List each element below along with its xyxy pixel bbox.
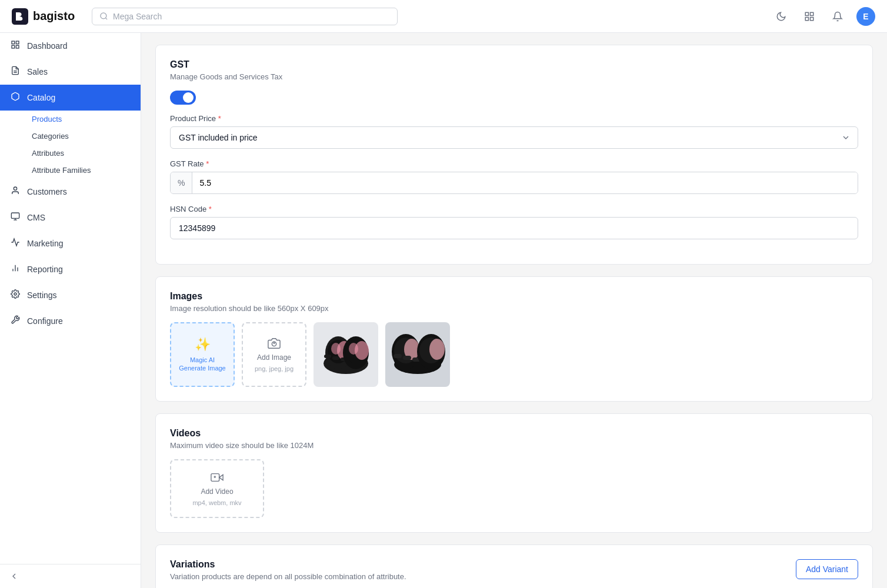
sidebar-item-attributes[interactable]: Attributes	[27, 145, 141, 162]
product-price-select[interactable]: GST included in price GST excluded from …	[170, 126, 858, 149]
reporting-icon	[9, 263, 21, 275]
grid-icon	[804, 11, 815, 22]
gst-toggle[interactable]	[170, 91, 196, 105]
catalog-icon	[9, 92, 21, 103]
svg-rect-0	[12, 8, 28, 25]
variations-card: Variations Variation products are depend…	[155, 544, 873, 588]
svg-rect-7	[12, 41, 15, 44]
product-price-label: Product Price *	[170, 114, 858, 123]
svg-rect-31	[332, 356, 339, 360]
svg-rect-6	[811, 17, 813, 20]
variations-header: Variations Variation products are depend…	[170, 559, 858, 581]
images-card: Images Image resolution should be like 5…	[155, 276, 873, 402]
sidebar-item-customers[interactable]: Customers	[0, 179, 141, 205]
svg-rect-43	[403, 356, 411, 360]
gst-rate-input-wrap: %	[170, 172, 858, 194]
dark-mode-toggle[interactable]	[772, 7, 791, 26]
topnav-actions: E	[772, 7, 875, 26]
svg-rect-4	[811, 12, 813, 15]
svg-point-20	[14, 293, 16, 295]
gst-subtitle: Manage Goods and Services Tax	[170, 72, 858, 81]
sidebar-item-sales[interactable]: Sales	[0, 59, 141, 85]
sidebar-item-catalog[interactable]: Catalog	[0, 85, 141, 111]
marketing-icon	[9, 238, 21, 249]
add-video-label: Add Video	[201, 487, 233, 496]
magic-wand-icon: ✨	[195, 337, 211, 352]
variations-subtitle: Variation products are depend on all pos…	[170, 572, 406, 581]
svg-point-47	[429, 339, 445, 360]
videos-title: Videos	[170, 428, 858, 439]
notifications-button[interactable]	[828, 7, 847, 26]
search-icon	[99, 12, 108, 21]
sidebar-item-settings[interactable]: Settings	[0, 282, 141, 308]
sidebar-item-products[interactable]: Products	[27, 111, 141, 128]
search-bar[interactable]: Mega Search	[92, 8, 398, 25]
collapse-icon	[9, 572, 19, 581]
sidebar-item-dashboard[interactable]: Dashboard	[0, 33, 141, 59]
sidebar-item-attribute-families[interactable]: Attribute Families	[27, 162, 141, 179]
images-grid: ✨ Magic AI Generate Image Add Image png,…	[170, 322, 858, 387]
product-image-2-svg	[385, 322, 450, 387]
user-avatar[interactable]: E	[856, 7, 875, 26]
gst-rate-label: GST Rate *	[170, 159, 858, 168]
bell-icon	[832, 11, 843, 22]
cms-icon	[9, 212, 21, 223]
add-image-button[interactable]: Add Image png, jpeg, jpg	[242, 322, 306, 387]
product-image-1	[314, 322, 378, 387]
customers-icon	[9, 186, 21, 198]
add-video-formats: mp4, webm, mkv	[192, 499, 241, 506]
hsn-code-input[interactable]	[170, 217, 858, 239]
add-video-button[interactable]: Add Video mp4, webm, mkv	[170, 459, 264, 518]
sidebar-item-marketing[interactable]: Marketing	[0, 230, 141, 256]
gst-rate-group: GST Rate * %	[170, 159, 858, 194]
svg-line-2	[105, 18, 107, 19]
add-image-label: Add Image	[257, 353, 291, 362]
svg-rect-10	[16, 45, 19, 48]
svg-point-13	[14, 187, 16, 190]
svg-rect-9	[12, 45, 15, 48]
add-variant-button[interactable]: Add Variant	[796, 559, 858, 579]
dashboard-icon	[9, 40, 21, 52]
configure-icon	[9, 315, 21, 327]
hsn-code-label: HSN Code *	[170, 205, 858, 213]
moon-icon	[776, 11, 786, 22]
svg-point-36	[349, 343, 358, 355]
catalog-submenu: Products Categories Attributes Attribute…	[0, 111, 141, 179]
layout-toggle[interactable]	[800, 7, 819, 26]
svg-rect-14	[11, 213, 19, 218]
gst-rate-prefix: %	[171, 172, 192, 193]
svg-rect-5	[805, 17, 808, 20]
magic-ai-button[interactable]: ✨ Magic AI Generate Image	[170, 322, 235, 387]
videos-subtitle: Maximum video size should be like 1024M	[170, 441, 858, 450]
sidebar-item-cms[interactable]: CMS	[0, 205, 141, 230]
magic-ai-label: Magic AI Generate Image	[179, 356, 226, 373]
product-price-group: Product Price * GST included in price GS…	[170, 114, 858, 149]
brand-icon	[12, 8, 28, 25]
top-navigation: bagisto Mega Search E	[0, 0, 887, 33]
product-image-2	[385, 322, 450, 387]
svg-rect-30	[324, 355, 331, 358]
svg-rect-42	[394, 354, 402, 358]
svg-point-1	[101, 13, 106, 19]
svg-rect-3	[805, 12, 808, 15]
sidebar-item-categories[interactable]: Categories	[27, 128, 141, 145]
gst-rate-input[interactable]	[192, 172, 858, 193]
brand-logo[interactable]: bagisto	[12, 8, 82, 25]
gst-card: GST Manage Goods and Services Tax Produc…	[155, 45, 873, 265]
svg-rect-8	[16, 41, 19, 44]
camera-plus-icon	[268, 337, 281, 350]
hsn-code-group: HSN Code *	[170, 205, 858, 239]
main-content: GST Manage Goods and Services Tax Produc…	[141, 33, 887, 588]
gst-toggle-wrap	[170, 91, 858, 105]
video-plus-icon	[211, 471, 224, 484]
product-image-1-svg	[314, 322, 378, 387]
sidebar-item-reporting[interactable]: Reporting	[0, 256, 141, 282]
images-subtitle: Image resolution should be like 560px X …	[170, 304, 858, 313]
sidebar-collapse[interactable]	[0, 564, 141, 588]
svg-point-29	[331, 343, 341, 355]
sidebar-item-configure[interactable]: Configure	[0, 308, 141, 334]
variations-title: Variations	[170, 559, 406, 570]
sales-icon	[9, 66, 21, 78]
gst-title: GST	[170, 59, 858, 70]
sidebar: Dashboard Sales Catalog Products Categor…	[0, 33, 141, 588]
